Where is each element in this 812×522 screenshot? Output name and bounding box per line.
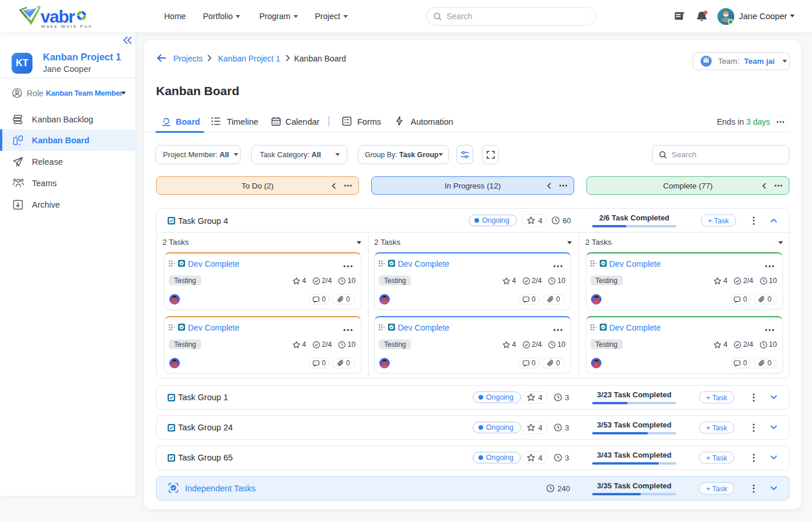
svg-text:Make Work Fun: Make Work Fun — [41, 24, 93, 29]
